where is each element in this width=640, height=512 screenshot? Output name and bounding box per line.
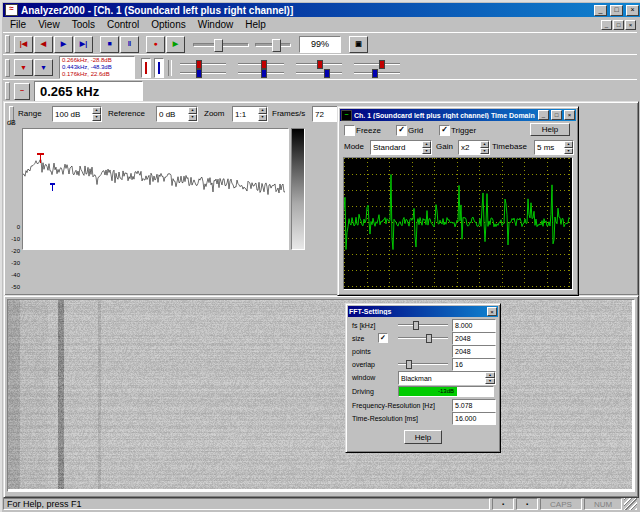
spinner-up-icon[interactable]: ▴ (258, 107, 267, 114)
slider-thumb[interactable] (372, 69, 378, 78)
play-button[interactable]: ▶ (166, 36, 185, 53)
range-select[interactable]: 100 dB ▴▾ (52, 106, 102, 122)
menu-item-file[interactable]: File (4, 19, 32, 30)
play-back-button[interactable]: ◀ (34, 36, 53, 53)
td-help-button[interactable]: Help (530, 123, 570, 136)
level-slider[interactable] (180, 68, 226, 77)
stop-button[interactable]: ■ (100, 36, 119, 53)
spinner-down-icon[interactable]: ▾ (422, 148, 431, 155)
snapshot-button[interactable]: ▣ (349, 36, 368, 53)
toolbar-grip[interactable] (5, 82, 10, 100)
level-slider[interactable] (238, 68, 284, 77)
slider-thumb[interactable] (261, 69, 267, 78)
menu-item-options[interactable]: Options (145, 19, 191, 30)
marker-blue-button[interactable]: ▼ (34, 59, 53, 76)
record-button[interactable]: ● (146, 36, 165, 53)
level-slider[interactable] (238, 59, 284, 68)
toolbar-grip[interactable] (5, 59, 10, 77)
overlap-value-text: 16 (455, 361, 463, 368)
minimize-button[interactable]: _ (594, 5, 607, 16)
slider-thumb[interactable] (413, 321, 419, 330)
spinner-up-icon[interactable]: ▴ (188, 107, 197, 114)
mode-select[interactable]: Standard ▴▾ (370, 140, 432, 155)
slider-thumb[interactable] (426, 334, 432, 343)
freeze-checkbox[interactable] (344, 125, 355, 136)
skip-end-button[interactable]: ▶| (74, 36, 93, 53)
spectrum-window-button[interactable]: ~ (14, 83, 30, 100)
mdi-close-button[interactable]: × (625, 20, 636, 30)
menu-item-view[interactable]: View (32, 19, 66, 30)
time-domain-title: Ch. 1 (Soundcard left plus right channel… (354, 112, 536, 119)
main-frequency-display: 0.265 kHz (34, 81, 143, 102)
reference-select[interactable]: 0 dB ▴▾ (156, 106, 198, 122)
speed-slider[interactable] (255, 36, 291, 52)
status-icon-2[interactable]: ▪ (516, 498, 538, 510)
slider-thumb[interactable] (214, 39, 223, 52)
resize-grip[interactable] (624, 498, 637, 510)
td-close-button[interactable]: × (564, 110, 575, 120)
mdi-minimize-button[interactable]: _ (601, 20, 612, 30)
marker-red-button[interactable]: ▼ (14, 59, 33, 76)
skip-start-button[interactable]: |◀ (14, 36, 33, 53)
menu-item-control[interactable]: Control (101, 19, 145, 30)
window-select[interactable]: Blackman ▴▾ (398, 371, 496, 385)
fft-help-button[interactable]: Help (404, 430, 442, 444)
status-icon-1[interactable]: ▪ (492, 498, 514, 510)
slider-thumb[interactable] (272, 39, 281, 52)
grid-checkbox[interactable]: ✓ (396, 125, 407, 136)
slider-thumb[interactable] (324, 69, 330, 78)
menu-item-tools[interactable]: Tools (66, 19, 101, 30)
fft-close-button[interactable]: × (487, 307, 497, 316)
maximize-button[interactable]: □ (610, 5, 623, 16)
mdi-restore-button[interactable]: □ (613, 20, 624, 30)
level-slider[interactable] (296, 68, 342, 77)
spinner-up-icon[interactable]: ▴ (92, 107, 101, 114)
reference-spinner[interactable]: ▴▾ (188, 107, 197, 121)
range-spinner[interactable]: ▴▾ (92, 107, 101, 121)
mode-spinner[interactable]: ▴▾ (422, 141, 431, 154)
slider-thumb[interactable] (406, 360, 412, 369)
td-minimize-button[interactable]: _ (538, 110, 549, 120)
size-slider[interactable] (398, 333, 448, 342)
spectrogram-panel (3, 295, 639, 498)
cursor-indicator-red[interactable] (141, 58, 151, 78)
toolbar-grip[interactable] (5, 35, 10, 53)
level-slider[interactable] (180, 59, 226, 68)
spinner-down-icon[interactable]: ▾ (480, 148, 489, 155)
overlap-slider[interactable] (398, 359, 448, 368)
timebase-spinner[interactable]: ▴▾ (564, 141, 573, 154)
level-slider[interactable] (354, 59, 400, 68)
y-axis-tick: -30 (4, 260, 20, 266)
spectrum-trace[interactable] (23, 129, 286, 247)
trigger-checkbox[interactable]: ✓ (439, 125, 450, 136)
cursor-indicator-blue[interactable] (154, 58, 164, 78)
overlap-label: overlap (352, 361, 375, 368)
td-maximize-button[interactable]: □ (551, 110, 562, 120)
play-forward-button[interactable]: ▶ (54, 36, 73, 53)
menu-item-help[interactable]: Help (239, 19, 272, 30)
level-slider[interactable] (296, 59, 342, 68)
zoom-select[interactable]: 1:1 ▴▾ (232, 106, 268, 122)
zoom-spinner[interactable]: ▴▾ (258, 107, 267, 121)
gain-select[interactable]: x2 ▴▾ (458, 140, 490, 155)
slider-thumb[interactable] (196, 69, 202, 78)
close-button[interactable]: × (626, 5, 639, 16)
spinner-down-icon[interactable]: ▾ (258, 114, 267, 121)
level-slider-group (296, 59, 342, 77)
size-checkbox[interactable]: ✓ (378, 333, 388, 343)
oscilloscope-display (343, 157, 573, 290)
spinner-down-icon[interactable]: ▾ (92, 114, 101, 121)
transport-toolbar: |◀◀▶▶|■‖●▶ 99% ▣ (3, 32, 637, 55)
spinner-down-icon[interactable]: ▾ (188, 114, 197, 121)
menu-item-window[interactable]: Window (192, 19, 240, 30)
spinner-down-icon[interactable]: ▾ (564, 148, 573, 155)
pause-button[interactable]: ‖ (120, 36, 139, 53)
spectrum-plot[interactable] (22, 128, 289, 250)
timebase-select[interactable]: 5 ms ▴▾ (534, 140, 574, 155)
spinner-down-icon[interactable]: ▾ (485, 378, 495, 384)
fs-slider[interactable] (398, 320, 448, 329)
position-slider[interactable] (193, 36, 249, 52)
window-dropdown[interactable]: ▴▾ (485, 372, 495, 384)
level-slider[interactable] (354, 68, 400, 77)
gain-spinner[interactable]: ▴▾ (480, 141, 489, 154)
